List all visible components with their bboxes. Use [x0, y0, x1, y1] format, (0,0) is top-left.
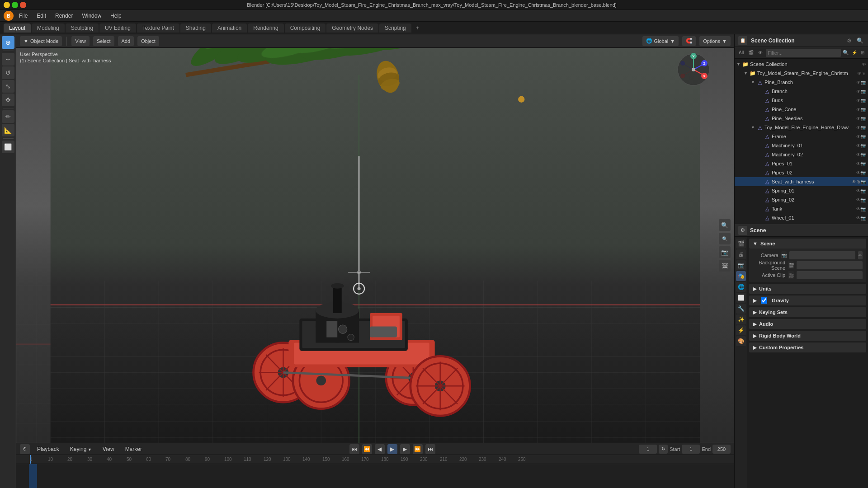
select-menu-btn[interactable]: Select [93, 36, 114, 46]
restrict-eye-seat[interactable]: 👁 [852, 179, 856, 184]
view-menu-btn[interactable]: View [71, 36, 90, 46]
restrict-eye-toy-model[interactable]: 👁 [857, 71, 862, 76]
tab-world[interactable]: 🌐 [736, 282, 746, 292]
restrict-eye-machinery-02[interactable]: 👁 [856, 152, 861, 157]
restrict-render-wheel-01[interactable]: 📷 [861, 216, 866, 221]
transform-tool-btn[interactable]: ✥ [2, 94, 14, 106]
restrict-eye-frame[interactable]: 👁 [856, 134, 861, 139]
tree-item-machinery-01[interactable]: ▶ △ Machinery_01 👁 📷 [735, 141, 868, 150]
play-btn[interactable]: ▶ [387, 444, 397, 454]
filter-sort-btn[interactable]: ⊞ [860, 50, 865, 55]
restrict-render-pine-needles[interactable]: 📷 [861, 116, 866, 121]
tab-scene[interactable]: 🎭 [736, 271, 746, 281]
restrict-eye-buds[interactable]: 👁 [856, 98, 861, 103]
editor-type-btn[interactable]: ⏱ [20, 444, 30, 454]
transform-orientation-btn[interactable]: 🌐 Global ▼ [642, 36, 679, 46]
restrict-render-pine-cone[interactable]: 📷 [861, 107, 866, 112]
restrict-render-spring-02[interactable]: 📷 [861, 197, 866, 202]
tree-item-seat-with-harness[interactable]: ▶ △ Seat_with_harness 👁 🖱 📷 [735, 177, 868, 186]
snap-btn[interactable]: 🧲 [682, 36, 696, 46]
restrict-eye-pine-branch[interactable]: 👁 [856, 80, 861, 85]
object-mode-selector[interactable]: ▼ Object Mode [20, 36, 62, 46]
filter-all-btn[interactable]: All [737, 50, 745, 55]
background-scene-icon-btn[interactable]: 🎬 [788, 261, 794, 269]
restrict-render-pipes-02[interactable]: 📷 [861, 170, 866, 175]
restrict-eye-scene[interactable]: 👁 [862, 62, 866, 67]
tab-scripting[interactable]: Scripting [379, 23, 411, 33]
playback-menu[interactable]: Playback [33, 445, 63, 453]
restrict-select-seat[interactable]: 🖱 [856, 179, 861, 184]
minimize-button[interactable] [4, 2, 10, 8]
tree-arrow-pine-branch[interactable]: ▼ [751, 80, 756, 84]
prev-frame-btn[interactable]: ⏪ [362, 444, 372, 454]
restrict-render-branch[interactable]: 📷 [861, 89, 866, 94]
gravity-section-header[interactable]: ▶ Gravity [749, 296, 866, 305]
tab-geometry-nodes[interactable]: Geometry Nodes [326, 23, 378, 33]
restrict-select-toy-model[interactable]: 🖱 [862, 71, 866, 76]
tab-rendering[interactable]: Rendering [248, 23, 283, 33]
tab-texture-paint[interactable]: Texture Paint [137, 23, 179, 33]
camera-icon-btn[interactable]: 📷 [781, 251, 787, 259]
restrict-render-pipes-01[interactable]: 📷 [861, 161, 866, 166]
custom-properties-section-header[interactable]: ▶ Custom Properties [749, 343, 866, 352]
tab-animation[interactable]: Animation [212, 23, 247, 33]
background-scene-input[interactable] [797, 261, 863, 269]
tree-item-pipes-01[interactable]: ▶ △ Pipes_01 👁 📷 [735, 159, 868, 168]
tab-compositing[interactable]: Compositing [285, 23, 326, 33]
loop-btn[interactable]: ↻ [659, 445, 668, 454]
restrict-eye-wheel-01[interactable]: 👁 [856, 216, 861, 221]
viewport-canvas[interactable]: User Perspective (1) Scene Collection | … [16, 48, 734, 443]
tree-item-pine-branch[interactable]: ▼ △ Pine_Branch 👁 📷 [735, 78, 868, 87]
tree-item-toy-model[interactable]: ▼ 📁 Toy_Model_Steam_Fire_Engine_Christm … [735, 69, 868, 78]
restrict-eye-pine-cone[interactable]: 👁 [856, 107, 861, 112]
tab-shading[interactable]: Shading [180, 23, 211, 33]
tab-modeling[interactable]: Modeling [32, 23, 65, 33]
keying-menu[interactable]: Keying ▼ [66, 445, 95, 453]
jump-to-end-btn[interactable]: ⏭ [425, 444, 435, 454]
keying-sets-section-header[interactable]: ▶ Keying Sets [749, 307, 866, 317]
tree-item-wheel-02[interactable]: ▶ △ Wheel_02 👁 📷 [735, 222, 868, 224]
restrict-render-pine-branch[interactable]: 📷 [861, 80, 866, 85]
outliner-editor-icon[interactable]: 📋 [738, 36, 747, 45]
next-frame-btn[interactable]: ⏩ [413, 444, 423, 454]
rigid-body-world-section-header[interactable]: ▶ Rigid Body World [749, 331, 866, 341]
restrict-render-spring-01[interactable]: 📷 [861, 188, 866, 193]
timeline-content[interactable] [16, 464, 734, 488]
scene-section-header[interactable]: ▼ Scene [749, 239, 866, 249]
add-menu-btn[interactable]: Add [118, 36, 134, 46]
tree-arrow-toy-model[interactable]: ▼ [744, 71, 749, 75]
tree-item-machinery-02[interactable]: ▶ △ Machinery_02 👁 📷 [735, 150, 868, 159]
camera-picker-btn[interactable]: ✏ [858, 251, 863, 259]
menu-help[interactable]: Help [107, 12, 125, 20]
tree-arrow-toy-model-fire-engine[interactable]: ▼ [751, 125, 756, 130]
outliner-search-input[interactable] [766, 49, 841, 57]
restrict-render-buds[interactable]: 📷 [861, 98, 866, 103]
measure-tool-btn[interactable]: 📐 [2, 124, 14, 136]
add-workspace-button[interactable]: + [412, 23, 423, 33]
camera-view-btn[interactable]: 📷 [719, 246, 731, 258]
restrict-eye-pipes-01[interactable]: 👁 [856, 161, 861, 166]
restrict-render-machinery-02[interactable]: 📷 [861, 152, 866, 157]
restrict-render-seat[interactable]: 📷 [861, 179, 866, 184]
restrict-eye-pipes-02[interactable]: 👁 [856, 170, 861, 175]
filter-view-btn[interactable]: 👁 [757, 50, 764, 55]
tab-object[interactable]: ⬜ [736, 293, 746, 303]
tab-output[interactable]: 🖨 [736, 249, 746, 259]
tree-item-scene-collection[interactable]: ▼ 📁 Scene Collection 👁 [735, 60, 868, 69]
tree-item-spring-01[interactable]: ▶ △ Spring_01 👁 📷 [735, 186, 868, 195]
tab-modifiers[interactable]: 🔧 [736, 304, 746, 314]
restrict-eye-fire-engine[interactable]: 👁 [856, 125, 861, 130]
tab-material[interactable]: 🎨 [736, 336, 746, 346]
cursor-tool-btn[interactable]: ⊕ [2, 36, 14, 49]
move-tool-btn[interactable]: ↔ [2, 53, 14, 66]
restrict-render-tank[interactable]: 📷 [861, 206, 866, 211]
zoom-out-btn[interactable]: 🔍 [719, 233, 731, 244]
object-menu-btn[interactable]: Object [137, 36, 159, 46]
jump-to-start-btn[interactable]: ⏮ [349, 444, 359, 454]
active-clip-icon-btn[interactable]: 🎥 [788, 271, 794, 279]
tree-item-pine-cone[interactable]: ▶ △ Pine_Cone 👁 📷 [735, 105, 868, 114]
tree-item-frame[interactable]: ▶ △ Frame 👁 📷 [735, 132, 868, 141]
options-btn[interactable]: Options ▼ [699, 36, 731, 46]
tree-item-pine-needles[interactable]: ▶ △ Pine_Needles 👁 📷 [735, 114, 868, 123]
scale-tool-btn[interactable]: ⤡ [2, 80, 14, 93]
